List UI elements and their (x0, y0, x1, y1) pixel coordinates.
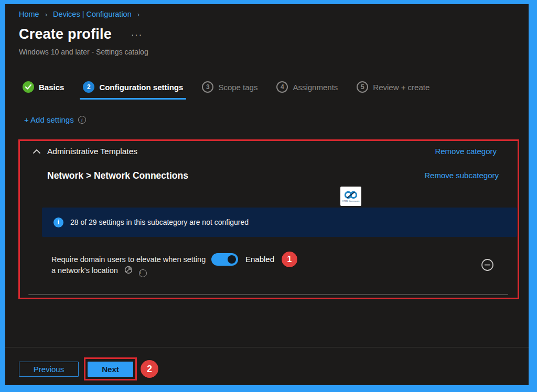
breadcrumb-home-link[interactable]: Home (19, 10, 39, 18)
remove-category-link[interactable]: Remove category (435, 147, 497, 156)
tab-review-create[interactable]: 5 Review + create (357, 81, 429, 93)
tab-basics[interactable]: Basics (23, 81, 64, 93)
step-number-badge: 3 (202, 81, 213, 93)
step-number-badge: 5 (357, 81, 368, 93)
breadcrumb: Home › Devices | Configuration › (19, 10, 143, 18)
tab-scope-tags[interactable]: 3 Scope tags (202, 81, 257, 93)
collapse-chevron-icon[interactable] (33, 147, 41, 154)
category-header-row: Administrative Templates Remove category (20, 141, 518, 162)
more-options-icon[interactable]: ··· (131, 30, 143, 40)
step-label: Configuration settings (99, 83, 183, 92)
htmd-logo-caption: HTMD Community (342, 200, 360, 202)
add-settings-link[interactable]: + Add settings i (24, 115, 86, 124)
footer-divider (5, 347, 529, 347)
check-icon (23, 81, 34, 93)
step-number-badge: 2 (83, 81, 94, 93)
toggle-state-label: Enabled (245, 255, 274, 264)
setting-row: Require domain users to elevate when set… (51, 254, 209, 277)
page-title: Create profile (19, 26, 112, 42)
info-icon[interactable]: i (139, 269, 147, 277)
subcategory-title: Network > Network Connections (47, 170, 188, 181)
htmd-community-logo: HTMD Community (340, 187, 361, 206)
htmd-logo-icon (344, 191, 358, 199)
remove-subcategory-link[interactable]: Remove subcategory (424, 171, 499, 180)
chevron-right-icon: › (45, 10, 47, 18)
step-label: Scope tags (218, 83, 257, 92)
page-subtitle: Windows 10 and later - Settings catalog (19, 48, 148, 56)
setting-toggle[interactable] (211, 253, 238, 266)
annotation-highlight-box: Administrative Templates Remove category… (18, 139, 519, 299)
divider (28, 294, 508, 295)
annotation-badge-2: 2 (141, 360, 158, 378)
annotation-badge-1: 1 (282, 252, 297, 267)
next-button[interactable]: Next (88, 362, 133, 377)
wizard-steps: Basics 2 Configuration settings 3 Scope … (23, 81, 429, 93)
info-icon[interactable]: i (78, 116, 86, 124)
info-banner-text: 28 of 29 settings in this subcategory ar… (70, 218, 249, 226)
remove-setting-icon[interactable] (481, 258, 494, 271)
chevron-right-icon: › (137, 10, 139, 18)
info-banner: i 28 of 29 settings in this subcategory … (42, 208, 517, 237)
previous-button[interactable]: Previous (19, 362, 79, 377)
step-label: Review + create (373, 83, 429, 92)
tab-assignments[interactable]: 4 Assignments (276, 81, 338, 93)
intune-create-profile-screen: Home › Devices | Configuration › Create … (5, 4, 529, 385)
info-icon: i (53, 217, 63, 227)
annotation-highlight-next: Next (84, 357, 137, 380)
category-title: Administrative Templates (47, 147, 137, 156)
breadcrumb-devices-configuration-link[interactable]: Devices | Configuration (53, 10, 132, 18)
toggle-knob (228, 255, 236, 264)
step-label: Assignments (293, 83, 338, 92)
step-label: Basics (39, 83, 64, 92)
add-settings-label: + Add settings (24, 115, 74, 124)
split-circle-icon (124, 266, 133, 277)
screenshot-blue-frame: Home › Devices | Configuration › Create … (0, 0, 537, 392)
step-number-badge: 4 (276, 81, 288, 93)
tab-configuration-settings[interactable]: 2 Configuration settings (83, 81, 183, 93)
